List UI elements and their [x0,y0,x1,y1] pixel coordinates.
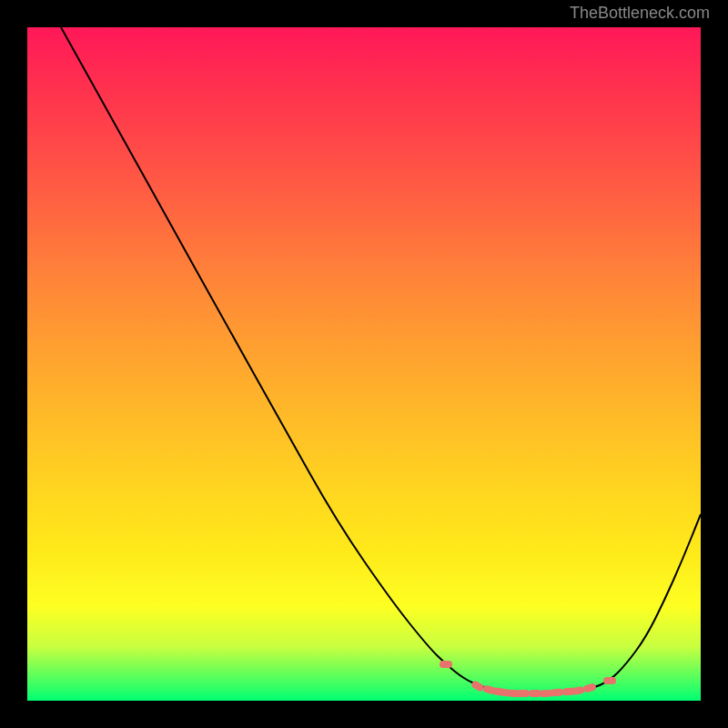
bottleneck-curve-line [61,27,701,693]
valley-marker [582,682,597,693]
valley-marker [551,688,564,696]
valley-marker [440,661,452,668]
valley-marker [517,690,530,697]
bottleneck-chart [27,27,701,701]
valley-marker [529,690,541,697]
attribution-text: TheBottleneck.com [570,4,710,23]
valley-marker [603,677,616,684]
valley-marker [540,690,552,698]
valley-marker [571,686,584,695]
chart-area [27,27,701,701]
